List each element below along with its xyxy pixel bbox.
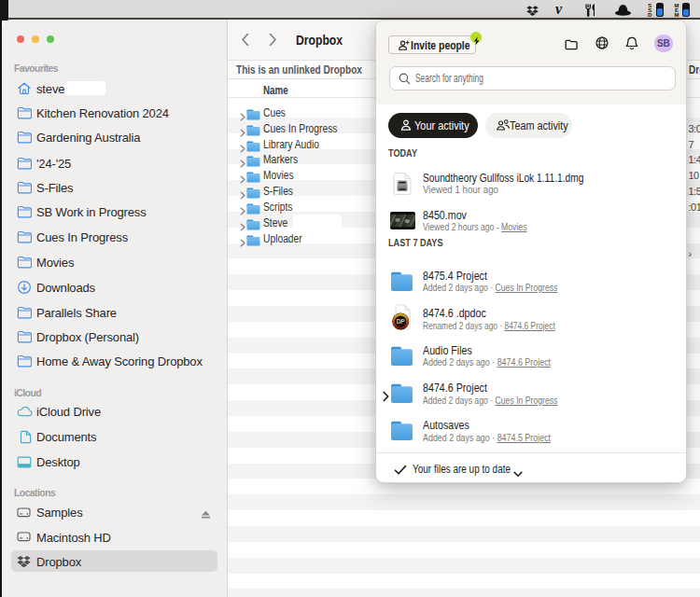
svg-text:DP: DP — [397, 318, 406, 325]
